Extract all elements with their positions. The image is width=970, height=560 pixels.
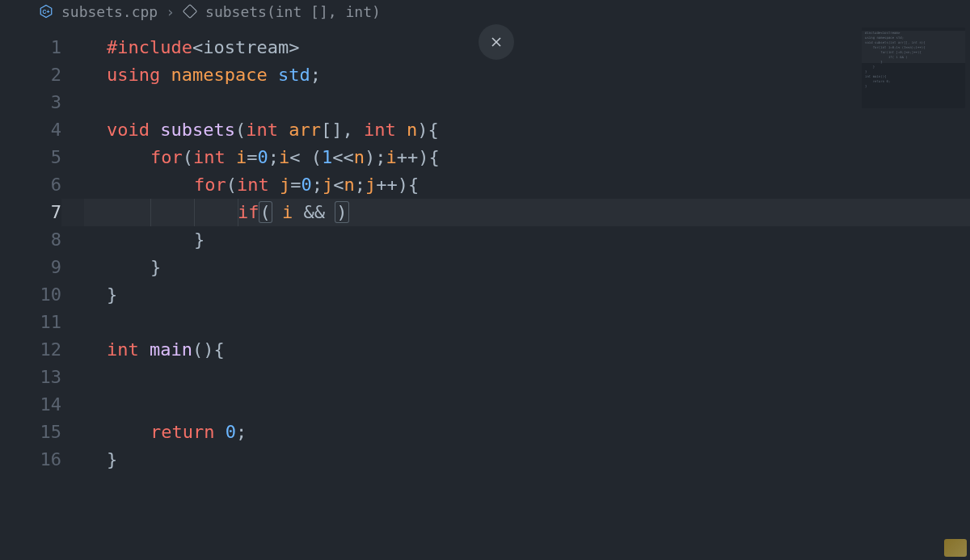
code-line[interactable]: using namespace std;	[84, 61, 970, 89]
line-number: 16	[0, 446, 61, 474]
line-number: 13	[0, 364, 61, 391]
code-line[interactable]: for(int i=0;i< (1<<n);i++){	[84, 144, 970, 171]
code-line[interactable]: #include<iostream>	[84, 34, 970, 61]
corner-badge-icon	[944, 539, 967, 557]
code-line[interactable]: if( i && )	[84, 199, 970, 226]
svg-rect-1	[183, 5, 197, 19]
code-line[interactable]: int main(){	[84, 336, 970, 364]
code-line[interactable]	[84, 364, 970, 391]
line-number: 15	[0, 419, 61, 446]
line-number-gutter: 12345678910111213141516	[0, 23, 84, 560]
code-line[interactable]	[84, 89, 970, 116]
line-number: 7	[0, 199, 61, 226]
minimap-line: }	[865, 84, 962, 89]
code-line[interactable]: }	[84, 281, 970, 309]
line-number: 3	[0, 89, 61, 116]
code-line[interactable]: void subsets(int arr[], int n){	[84, 116, 970, 144]
line-number: 8	[0, 226, 61, 254]
svg-text:C+: C+	[43, 9, 50, 15]
breadcrumb-file[interactable]: subsets.cpp	[61, 3, 158, 20]
code-line[interactable]: }	[84, 254, 970, 281]
line-number: 12	[0, 336, 61, 364]
symbol-method-icon	[183, 4, 197, 19]
line-number: 4	[0, 116, 61, 144]
minimap[interactable]: #include<iostream>using namespace std;vo…	[862, 27, 965, 108]
line-number: 5	[0, 144, 61, 171]
minimap-viewport[interactable]	[862, 31, 965, 63]
code-line[interactable]: }	[84, 226, 970, 254]
line-number: 10	[0, 281, 61, 309]
line-number: 6	[0, 171, 61, 199]
indent-guide	[150, 199, 151, 226]
code-line[interactable]: }	[84, 446, 970, 474]
line-number: 2	[0, 61, 61, 89]
code-line[interactable]	[84, 309, 970, 336]
line-number: 9	[0, 254, 61, 281]
code-line[interactable]: return 0;	[84, 419, 970, 446]
close-button[interactable]	[479, 24, 514, 60]
code-line[interactable]	[84, 391, 970, 419]
cpp-file-icon: C+	[39, 4, 53, 19]
code-area[interactable]: #include<iostream>using namespace std;vo…	[84, 23, 970, 560]
line-number: 11	[0, 309, 61, 336]
line-number: 14	[0, 391, 61, 419]
editor: 12345678910111213141516 #include<iostrea…	[0, 23, 970, 560]
indent-guide	[194, 199, 195, 226]
breadcrumb: C+ subsets.cpp › subsets(int [], int)	[0, 0, 970, 23]
breadcrumb-symbol[interactable]: subsets(int [], int)	[205, 3, 381, 20]
indent-guide	[238, 199, 238, 226]
line-number: 1	[0, 34, 61, 61]
chevron-right-icon: ›	[166, 3, 175, 20]
code-line[interactable]: for(int j=0;j<n;j++){	[84, 171, 970, 199]
close-icon	[490, 36, 503, 48]
